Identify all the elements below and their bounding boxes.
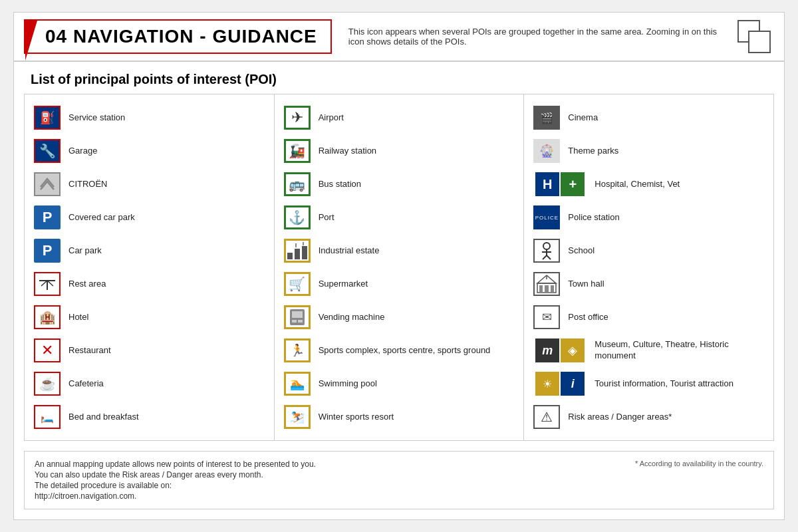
- poi-label: School: [568, 245, 595, 257]
- poi-label: Cafeteria: [68, 378, 104, 390]
- cinema-icon: 🎬: [532, 104, 561, 131]
- poi-label: Car park: [68, 245, 102, 257]
- svg-rect-19: [551, 285, 554, 293]
- list-item: P Car park: [31, 234, 267, 267]
- poi-label: Museum, Culture, Theatre, Historic monum…: [595, 339, 765, 362]
- poi-grid: ⛽ Service station 🔧 Garage: [14, 94, 784, 451]
- postoffice-icon: ✉: [532, 304, 561, 331]
- swimming-icon: 🏊: [283, 370, 312, 397]
- header-description: This icon appears when several POIs are …: [342, 19, 724, 54]
- winter-sports-icon: ⛷️: [283, 404, 312, 430]
- list-item: ⚓ Port: [281, 201, 517, 234]
- list-item: 🛒 Supermarket: [281, 267, 517, 301]
- poi-label: Garage: [68, 146, 97, 157]
- bus-icon: 🚌: [283, 171, 312, 198]
- sports-icon: 🏃: [283, 337, 312, 364]
- list-item: ☀ i Tourist information, Tourist attract…: [531, 367, 767, 400]
- list-item: CITROËN: [31, 168, 267, 201]
- list-item: ⚠ Risk areas / Danger areas*: [531, 400, 767, 434]
- garage-icon: 🔧: [33, 138, 62, 164]
- svg-rect-3: [295, 249, 300, 259]
- school-icon: [532, 237, 561, 264]
- supermarket-icon: 🛒: [283, 271, 312, 297]
- rest-area-icon: [33, 271, 62, 297]
- list-item: ✉ Post office: [531, 301, 767, 334]
- cafeteria-icon: ☕: [33, 370, 62, 397]
- poi-label: Tourist information, Tourist attraction: [595, 378, 733, 390]
- list-item: Town hall: [531, 267, 767, 301]
- port-icon: ⚓: [283, 204, 312, 231]
- service-station-icon: ⛽: [33, 104, 62, 131]
- list-item: ☕ Cafeteria: [31, 367, 267, 400]
- svg-rect-5: [295, 243, 297, 247]
- header-title-box: 04 NAVIGATION - GUIDANCE: [24, 19, 332, 54]
- list-item: 🏊 Swimming pool: [281, 367, 517, 400]
- list-item: 🚌 Bus station: [281, 168, 517, 201]
- svg-line-15: [547, 255, 551, 259]
- list-item: Vending machine: [281, 301, 517, 334]
- poi-label: Winter sports resort: [319, 412, 394, 423]
- poi-column-3: 🎬 Cinema 🎡 Theme parks H + Hosp: [524, 94, 774, 441]
- list-item: 🛏️ Bed and breakfast: [31, 400, 267, 434]
- list-item: ✈ Airport: [281, 101, 517, 134]
- poi-label: Railway station: [319, 146, 376, 157]
- poi-label: Hotel: [68, 312, 88, 323]
- footer: An annual mapping update allows new poin…: [24, 451, 774, 509]
- list-item: 🚂 Railway station: [281, 134, 517, 168]
- police-icon: POLICE: [532, 204, 561, 231]
- townhall-icon: [532, 271, 561, 297]
- poi-label: Covered car park: [68, 212, 135, 223]
- svg-rect-2: [287, 253, 293, 259]
- tourist-icon: ☀ i: [532, 370, 588, 397]
- list-item: 🏨 Hotel: [31, 301, 267, 334]
- industrial-icon: [283, 237, 312, 264]
- poi-label: Cinema: [568, 112, 598, 124]
- section-title: List of principal points of interest (PO…: [14, 62, 784, 94]
- poi-column-2: ✈ Airport 🚂 Railway station 🚌 Bus statio…: [275, 94, 525, 441]
- poi-label: Theme parks: [568, 146, 618, 157]
- poi-label: Port: [319, 212, 334, 223]
- list-item: ✕ Restaurant: [31, 334, 267, 367]
- svg-point-11: [543, 243, 550, 249]
- svg-rect-8: [292, 311, 303, 318]
- poi-label: Hospital, Chemist, Vet: [595, 179, 680, 190]
- footer-note: * According to availability in the count…: [635, 460, 763, 467]
- list-item: H + Hospital, Chemist, Vet: [531, 168, 767, 201]
- svg-rect-4: [302, 246, 307, 259]
- list-item: Rest area: [31, 267, 267, 301]
- svg-rect-17: [539, 285, 543, 293]
- svg-rect-10: [298, 320, 303, 323]
- poi-label: CITROËN: [68, 179, 108, 190]
- poi-label: Service station: [68, 112, 125, 124]
- airport-icon: ✈: [283, 104, 312, 131]
- poi-label: Bed and breakfast: [68, 412, 139, 423]
- poi-label: Post office: [568, 312, 608, 323]
- header-icon-area: [734, 19, 774, 54]
- poi-label: Supermarket: [319, 279, 368, 290]
- list-item: ⛷️ Winter sports resort: [281, 400, 517, 434]
- poi-label: Rest area: [68, 279, 106, 290]
- poi-label: Vending machine: [319, 312, 385, 323]
- railway-icon: 🚂: [283, 138, 312, 164]
- poi-label: Bus station: [319, 179, 361, 190]
- page: 04 NAVIGATION - GUIDANCE This icon appea…: [13, 12, 785, 520]
- poi-label: Industrial estate: [319, 245, 380, 257]
- hotel-icon: 🏨: [33, 304, 62, 331]
- poi-label: Restaurant: [68, 345, 111, 356]
- poi-label: Airport: [319, 112, 344, 124]
- poi-label: Swimming pool: [319, 378, 377, 390]
- list-item: 🔧 Garage: [31, 134, 267, 168]
- list-item: 🎬 Cinema: [531, 101, 767, 134]
- theme-parks-icon: 🎡: [532, 138, 561, 164]
- list-item: 🏃 Sports complex, sports centre, sports …: [281, 334, 517, 367]
- poi-label: Town hall: [568, 279, 604, 290]
- svg-rect-18: [545, 285, 549, 293]
- header-title: 04 NAVIGATION - GUIDANCE: [39, 26, 317, 47]
- list-item: POLICE Police station: [531, 201, 767, 234]
- car-park-icon: P: [33, 237, 62, 264]
- covered-car-park-icon: P: [33, 204, 62, 231]
- citroen-icon: [33, 171, 62, 198]
- bed-breakfast-icon: 🛏️: [33, 404, 62, 430]
- list-item: ⛽ Service station: [31, 101, 267, 134]
- list-item: P Covered car park: [31, 201, 267, 234]
